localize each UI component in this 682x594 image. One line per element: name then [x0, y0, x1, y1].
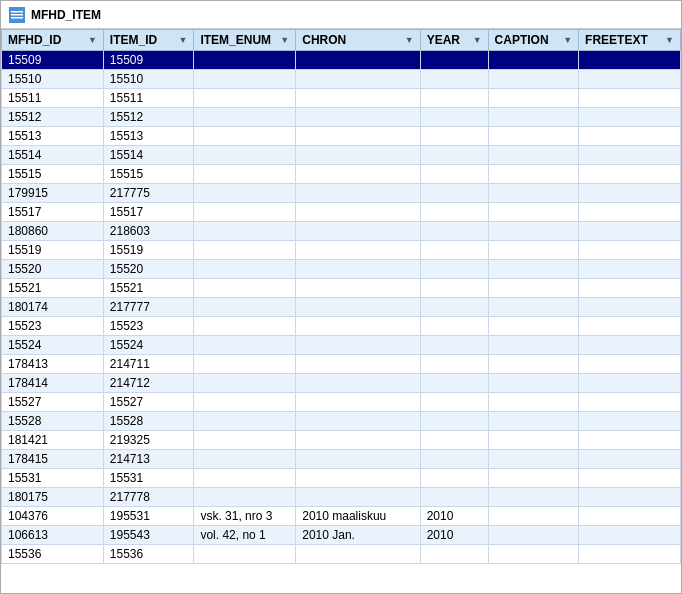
cell-year	[420, 393, 488, 412]
col-header-year[interactable]: YEAR▼	[420, 30, 488, 51]
cell-item_enum	[194, 260, 296, 279]
cell-caption	[488, 184, 579, 203]
col-header-chron[interactable]: CHRON▼	[296, 30, 420, 51]
col-header-mfhd_id[interactable]: MFHD_ID▼	[2, 30, 104, 51]
cell-item_enum	[194, 298, 296, 317]
cell-year	[420, 545, 488, 564]
table-row[interactable]: 1552315523	[2, 317, 681, 336]
cell-chron: 2010 Jan.	[296, 526, 420, 545]
cell-item_enum	[194, 545, 296, 564]
col-header-item_enum[interactable]: ITEM_ENUM▼	[194, 30, 296, 51]
cell-item_enum	[194, 393, 296, 412]
cell-item_id: 15517	[103, 203, 194, 222]
cell-chron	[296, 545, 420, 564]
sort-icon-item_id: ▼	[178, 35, 187, 45]
table-row[interactable]: 1551515515	[2, 165, 681, 184]
table-row[interactable]: 181421219325	[2, 431, 681, 450]
cell-chron	[296, 431, 420, 450]
cell-mfhd_id: 15527	[2, 393, 104, 412]
cell-mfhd_id: 15514	[2, 146, 104, 165]
cell-year	[420, 279, 488, 298]
table-row[interactable]: 180860218603	[2, 222, 681, 241]
table-row[interactable]: 180175217778	[2, 488, 681, 507]
table-row[interactable]: 1552415524	[2, 336, 681, 355]
cell-item_enum	[194, 222, 296, 241]
col-header-freetext[interactable]: FREETEXT▼	[579, 30, 681, 51]
cell-item_id: 15536	[103, 545, 194, 564]
cell-item_id: 15531	[103, 469, 194, 488]
cell-mfhd_id: 15521	[2, 279, 104, 298]
sort-icon-caption: ▼	[563, 35, 572, 45]
table-row[interactable]: 1553615536	[2, 545, 681, 564]
cell-mfhd_id: 15517	[2, 203, 104, 222]
cell-mfhd_id: 15513	[2, 127, 104, 146]
cell-item_id: 219325	[103, 431, 194, 450]
cell-year	[420, 89, 488, 108]
table-container[interactable]: MFHD_ID▼ITEM_ID▼ITEM_ENUM▼CHRON▼YEAR▼CAP…	[1, 29, 681, 593]
table-row[interactable]: 180174217777	[2, 298, 681, 317]
cell-freetext	[579, 507, 681, 526]
col-header-item_id[interactable]: ITEM_ID▼	[103, 30, 194, 51]
cell-chron	[296, 412, 420, 431]
table-row[interactable]: 1551715517	[2, 203, 681, 222]
table-row[interactable]: 1551115511	[2, 89, 681, 108]
table-row[interactable]: 1551015510	[2, 70, 681, 89]
cell-freetext	[579, 127, 681, 146]
sort-icon-chron: ▼	[405, 35, 414, 45]
cell-mfhd_id: 104376	[2, 507, 104, 526]
cell-item_enum	[194, 127, 296, 146]
cell-caption	[488, 412, 579, 431]
cell-item_id: 214711	[103, 355, 194, 374]
cell-mfhd_id: 15520	[2, 260, 104, 279]
cell-year	[420, 165, 488, 184]
cell-item_enum	[194, 51, 296, 70]
table-row[interactable]: 1553115531	[2, 469, 681, 488]
table-row[interactable]: 178414214712	[2, 374, 681, 393]
table-row[interactable]: 1552115521	[2, 279, 681, 298]
cell-caption	[488, 450, 579, 469]
table-row[interactable]: 1551315513	[2, 127, 681, 146]
cell-item_id: 195543	[103, 526, 194, 545]
cell-item_id: 217777	[103, 298, 194, 317]
table-row[interactable]: 106613195543vol. 42, no 12010 Jan.2010	[2, 526, 681, 545]
cell-item_enum	[194, 412, 296, 431]
cell-chron	[296, 203, 420, 222]
table-row[interactable]: 1550915509	[2, 51, 681, 70]
table-row[interactable]: 1552015520	[2, 260, 681, 279]
window-icon	[9, 7, 25, 23]
cell-chron	[296, 165, 420, 184]
table-row[interactable]: 179915217775	[2, 184, 681, 203]
table-header-row: MFHD_ID▼ITEM_ID▼ITEM_ENUM▼CHRON▼YEAR▼CAP…	[2, 30, 681, 51]
cell-mfhd_id: 181421	[2, 431, 104, 450]
cell-freetext	[579, 412, 681, 431]
col-header-caption[interactable]: CAPTION▼	[488, 30, 579, 51]
table-row[interactable]: 178415214713	[2, 450, 681, 469]
cell-freetext	[579, 469, 681, 488]
cell-year	[420, 241, 488, 260]
cell-mfhd_id: 179915	[2, 184, 104, 203]
cell-year	[420, 298, 488, 317]
cell-freetext	[579, 298, 681, 317]
table-row[interactable]: 1552815528	[2, 412, 681, 431]
cell-caption	[488, 108, 579, 127]
cell-chron	[296, 51, 420, 70]
cell-mfhd_id: 180175	[2, 488, 104, 507]
table-row[interactable]: 1551215512	[2, 108, 681, 127]
cell-year	[420, 336, 488, 355]
cell-item_enum	[194, 241, 296, 260]
table-row[interactable]: 104376195531vsk. 31, nro 32010 maaliskuu…	[2, 507, 681, 526]
cell-mfhd_id: 15528	[2, 412, 104, 431]
sort-icon-year: ▼	[473, 35, 482, 45]
table-row[interactable]: 178413214711	[2, 355, 681, 374]
cell-mfhd_id: 178415	[2, 450, 104, 469]
cell-year	[420, 355, 488, 374]
cell-caption	[488, 545, 579, 564]
table-row[interactable]: 1551915519	[2, 241, 681, 260]
cell-chron	[296, 469, 420, 488]
cell-item_enum	[194, 374, 296, 393]
cell-item_id: 217775	[103, 184, 194, 203]
cell-item_enum	[194, 89, 296, 108]
table-row[interactable]: 1551415514	[2, 146, 681, 165]
cell-year	[420, 488, 488, 507]
table-row[interactable]: 1552715527	[2, 393, 681, 412]
